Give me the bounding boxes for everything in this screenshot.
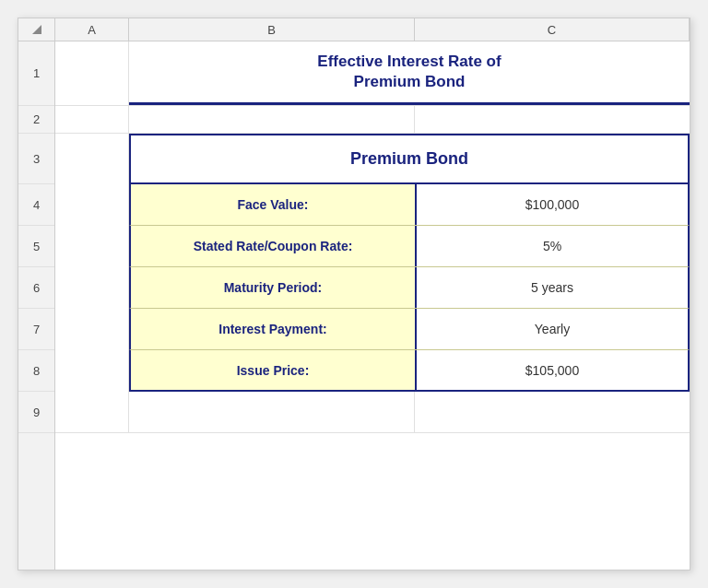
row-num-7: 7 [18, 309, 54, 350]
row-5: Stated Rate/Coupon Rate: 5% [55, 226, 690, 267]
row-4: Face Value: $100,000 [55, 184, 690, 226]
bond-value-interest: Yearly [417, 309, 688, 349]
row-numbers: 1 2 3 4 5 6 7 8 9 [18, 41, 55, 570]
cell-c9 [415, 392, 690, 432]
cell-a2 [55, 106, 129, 133]
cell-a1 [55, 41, 129, 105]
row-7: Interest Payment: Yearly [55, 309, 690, 350]
bond-label-maturity: Maturity Period: [131, 267, 417, 308]
bond-value-statedrate: 5% [417, 226, 688, 266]
row-num-8: 8 [18, 350, 54, 392]
cell-a3 [55, 134, 129, 184]
spreadsheet-body: 1 2 3 4 5 6 7 8 9 Effective Interest Rat… [18, 41, 690, 570]
cell-c2 [415, 106, 690, 133]
row-6: Maturity Period: 5 years [55, 267, 690, 309]
row-num-9: 9 [18, 392, 54, 433]
row-1: Effective Interest Rate of Premium Bond [55, 41, 690, 106]
svg-marker-0 [32, 25, 41, 34]
row-num-4: 4 [18, 184, 54, 226]
bond-label-issueprice: Issue Price: [131, 350, 417, 390]
cell-a5 [55, 226, 129, 267]
cell-a7 [55, 309, 129, 350]
col-header-b: B [129, 18, 415, 41]
bond-label-facevalue: Face Value: [131, 184, 417, 225]
spreadsheet-title: Effective Interest Rate of Premium Bond [317, 52, 501, 92]
bond-value-issueprice: $105,000 [417, 350, 688, 390]
col-header-c: C [415, 18, 690, 41]
cell-b2 [129, 106, 415, 133]
cell-a9 [55, 392, 129, 432]
bond-table-header: Premium Bond [131, 135, 688, 184]
row-num-5: 5 [18, 226, 54, 267]
row-8: Issue Price: $105,000 [55, 350, 690, 392]
col-header-a: A [55, 18, 129, 41]
bond-label-statedrate: Stated Rate/Coupon Rate: [131, 226, 417, 266]
bond-value-facevalue: $100,000 [417, 184, 688, 225]
row-9 [55, 392, 690, 433]
spreadsheet: A B C 1 2 3 4 5 6 7 8 9 Effective Intere… [18, 18, 690, 570]
bond-value-maturity: 5 years [417, 267, 688, 308]
row-num-1: 1 [18, 41, 54, 106]
row-num-2: 2 [18, 106, 54, 134]
row-num-6: 6 [18, 267, 54, 309]
row-3: Premium Bond [55, 134, 690, 184]
cell-a6 [55, 267, 129, 309]
cell-bc1-title: Effective Interest Rate of Premium Bond [129, 41, 690, 105]
grid-area: Effective Interest Rate of Premium Bond … [55, 41, 690, 570]
row-2 [55, 106, 690, 134]
cell-b9 [129, 392, 415, 432]
row-num-3: 3 [18, 134, 54, 184]
cell-a8 [55, 350, 129, 392]
cell-a4 [55, 184, 129, 226]
corner-cell [18, 18, 55, 41]
column-headers: A B C [18, 18, 690, 41]
bond-label-interest: Interest Payment: [131, 309, 417, 349]
